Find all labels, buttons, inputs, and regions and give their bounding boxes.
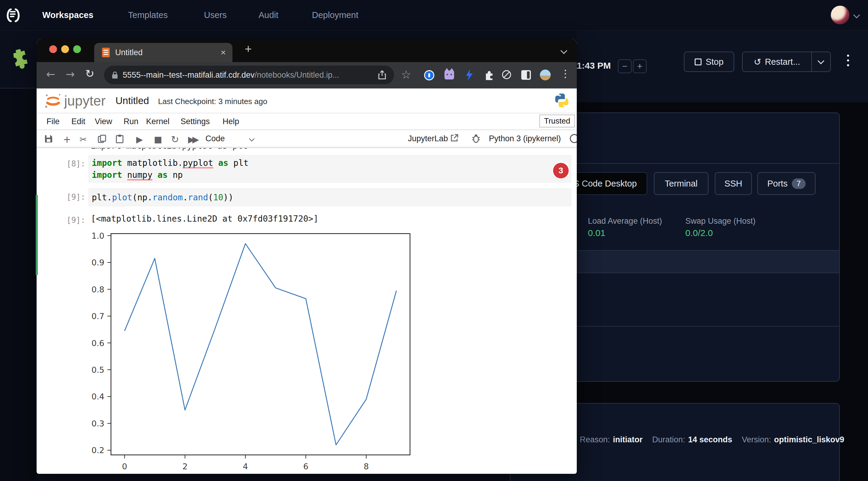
jupyter-menubar: File Edit View Run Kernel Settings Help …: [37, 114, 577, 130]
menu-help[interactable]: Help: [222, 117, 239, 126]
ssh-label: SSH: [724, 179, 742, 189]
cell9-prompt: [9]:: [67, 193, 86, 201]
output9-prompt: [9]:: [67, 216, 86, 225]
jupyterlab-link[interactable]: JupyterLab: [408, 134, 448, 143]
run-all-icon[interactable]: ▶▶: [188, 134, 197, 145]
browser-tab-bar: Untitled × +: [37, 39, 577, 62]
ports-label: Ports: [767, 179, 787, 189]
menu-kernel[interactable]: Kernel: [146, 117, 169, 126]
duration-label: Duration:: [652, 435, 685, 444]
clock-time: 11:43 PM: [572, 61, 611, 71]
ports-button[interactable]: Ports 7: [757, 172, 815, 195]
workspace-more-menu[interactable]: [847, 55, 849, 66]
restart-kernel-icon[interactable]: ↻: [171, 134, 179, 145]
traffic-light-minimize[interactable]: [61, 45, 69, 53]
traffic-light-zoom[interactable]: [73, 45, 81, 53]
matplotlib-figure: 0.20.30.40.50.60.70.80.91.002468: [90, 226, 423, 474]
user-avatar[interactable]: [831, 6, 849, 24]
nav-item-deployment[interactable]: Deployment: [312, 0, 359, 30]
back-icon[interactable]: ←: [46, 68, 55, 81]
reload-icon[interactable]: ↻: [85, 67, 94, 80]
sidebar-extension-icon[interactable]: [521, 70, 531, 80]
stop-label: Stop: [706, 57, 724, 67]
external-link-icon[interactable]: [451, 134, 458, 142]
ssh-button[interactable]: SSH: [715, 172, 752, 195]
cut-icon[interactable]: ✂: [80, 134, 87, 145]
nav-item-users[interactable]: Users: [204, 0, 227, 30]
stop-workspace-button[interactable]: Stop: [684, 52, 734, 72]
cell8-input[interactable]: import matplotlib.pyplot as plt import n…: [89, 155, 571, 183]
share-icon[interactable]: [378, 70, 386, 80]
nav-item-audit[interactable]: Audit: [258, 0, 278, 30]
svg-text:0.6: 0.6: [91, 339, 104, 348]
menu-edit[interactable]: Edit: [71, 117, 86, 126]
chevron-down-icon[interactable]: [853, 12, 860, 19]
blocker-extension-icon[interactable]: [502, 70, 511, 79]
trusted-button[interactable]: Trusted: [539, 115, 575, 127]
interrupt-kernel-icon[interactable]: ■: [154, 134, 162, 145]
nav-item-workspaces[interactable]: Workspaces: [42, 0, 93, 30]
bookmark-star-icon[interactable]: ☆: [401, 68, 411, 81]
cell9-input[interactable]: plt.plot(np.random.rand(10)): [89, 188, 571, 206]
coder-logo[interactable]: [5, 7, 21, 23]
cell-type-select[interactable]: Code: [206, 134, 225, 143]
svg-text:0.2: 0.2: [91, 446, 104, 455]
svg-text:6: 6: [303, 462, 308, 471]
stop-square-icon: [695, 59, 702, 65]
jupyter-page: jupyter Untitled Last Checkpoint: 3 minu…: [37, 89, 577, 474]
menu-view[interactable]: View: [95, 117, 112, 126]
python-logo: [555, 93, 569, 108]
restart-main-button[interactable]: ↺ Restart...: [743, 52, 812, 71]
chevron-down-icon: [817, 58, 825, 64]
zoom-in-button[interactable]: +: [633, 59, 647, 73]
browser-window: Untitled × + ← → ↻ 5555--main--test--mat…: [37, 39, 577, 474]
address-bar[interactable]: 5555--main--test--matifali.atif.cdr.dev …: [104, 66, 394, 84]
insert-cell-icon[interactable]: +: [63, 134, 71, 145]
lightning-extension-icon[interactable]: [465, 69, 474, 81]
restart-dropdown-button[interactable]: [812, 60, 830, 63]
zoom-out-button[interactable]: −: [618, 59, 632, 73]
page-left-background: [0, 88, 37, 481]
version-value: optimistic_liskov9: [774, 435, 844, 444]
browser-menu-kebab-icon[interactable]: ⋮: [560, 67, 570, 79]
load-average-label: Load Average (Host): [588, 217, 662, 226]
run-cell-icon[interactable]: ▶: [136, 134, 143, 145]
restart-workspace-split-button[interactable]: ↺ Restart...: [742, 52, 831, 72]
close-icon[interactable]: ×: [220, 47, 226, 58]
terminal-button[interactable]: Terminal: [654, 172, 708, 195]
menu-run[interactable]: Run: [124, 117, 138, 126]
url-path: /notebooks/Untitled.ip...: [255, 70, 339, 80]
kernel-status-icon: [570, 134, 577, 143]
browser-profile-avatar[interactable]: [540, 70, 551, 81]
onepassword-extension-icon[interactable]: [424, 70, 434, 81]
coder-top-nav: Workspaces Templates Users Audit Deploym…: [0, 0, 868, 31]
load-average-value: 0.01: [588, 228, 605, 238]
kernel-name[interactable]: Python 3 (ipykernel): [489, 134, 561, 143]
workspace-template-puzzle-icon: [6, 47, 34, 75]
browser-tab[interactable]: Untitled ×: [94, 43, 232, 62]
paste-icon[interactable]: [116, 134, 124, 143]
new-tab-icon[interactable]: +: [245, 42, 252, 56]
svg-text:0.5: 0.5: [91, 365, 104, 375]
notification-count-badge[interactable]: 3: [553, 163, 569, 179]
svg-text:4: 4: [243, 462, 248, 471]
jupyter-toolbar: + ✂ ▶ ■ ↻ ▶▶ Code JupyterLab: [37, 130, 577, 148]
save-icon[interactable]: [44, 135, 53, 143]
debugger-bug-icon[interactable]: [471, 133, 480, 143]
forward-icon[interactable]: →: [66, 68, 75, 81]
tab-title: Untitled: [115, 48, 143, 57]
menu-settings[interactable]: Settings: [181, 117, 210, 126]
cat-extension-icon[interactable]: [444, 70, 454, 79]
copy-icon[interactable]: [98, 135, 106, 143]
nav-item-templates[interactable]: Templates: [128, 0, 168, 30]
terminal-label: Terminal: [665, 179, 698, 189]
menu-file[interactable]: File: [46, 117, 60, 126]
swap-usage-label: Swap Usage (Host): [685, 217, 755, 226]
lock-icon: [111, 71, 119, 79]
tab-search-chevron-icon[interactable]: [561, 47, 567, 54]
notebook-title[interactable]: Untitled: [116, 95, 149, 106]
traffic-light-close[interactable]: [49, 45, 57, 53]
svg-text:1.0: 1.0: [91, 231, 104, 241]
puzzle-extension-icon[interactable]: [484, 70, 494, 81]
browser-toolbar: ← → ↻ 5555--main--test--matifali.atif.cd…: [37, 62, 577, 89]
